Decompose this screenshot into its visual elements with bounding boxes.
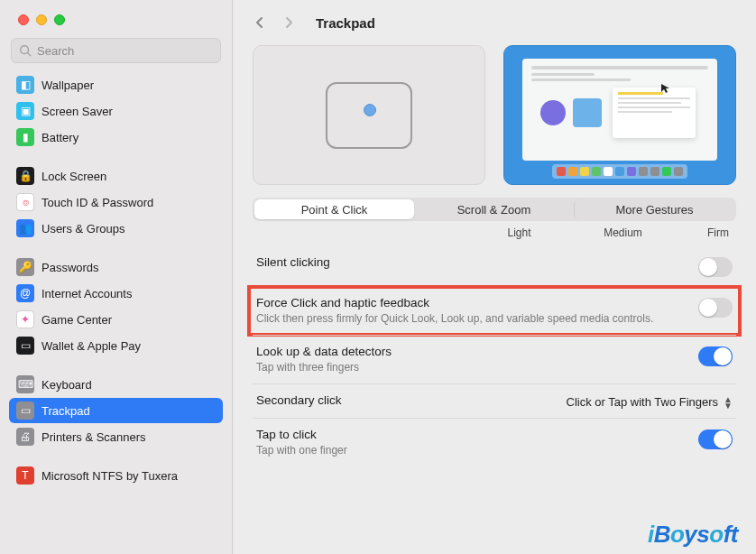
minimize-window-button[interactable] (36, 14, 47, 25)
chevrons-icon: ▲▼ (724, 396, 733, 409)
sidebar-item-label: Microsoft NTFS by Tuxera (41, 469, 178, 483)
secondary-select[interactable]: Click or Tap with Two Fingers▲▼ (567, 395, 733, 409)
sidebar-item-label: Screen Saver (41, 105, 113, 118)
sidebar-item-keyboard[interactable]: ⌨Keyboard (9, 372, 223, 397)
setting-lookup: Look up & data detectorsTap with three f… (253, 335, 736, 383)
sidebar-item-microsoft-ntfs-by-tuxera[interactable]: TMicrosoft NTFS by Tuxera (9, 463, 223, 488)
sidebar-item-label: Keyboard (41, 378, 92, 392)
watermark: iBoysoft (648, 521, 738, 549)
svg-line-1 (28, 53, 32, 57)
sidebar-item-users-groups[interactable]: 👥Users & Groups (9, 216, 223, 241)
tab-point-click[interactable]: Point & Click (254, 199, 414, 219)
sidebar-item-touch-id-password[interactable]: ⌾Touch ID & Password (9, 189, 223, 215)
setting-name: Silent clicking (256, 255, 698, 269)
touch-icon: ⌾ (16, 193, 34, 211)
scale-light: Light (467, 226, 571, 239)
setting-name: Force Click and haptic feedback (256, 296, 698, 309)
lookup-toggle[interactable] (698, 346, 733, 366)
sidebar-item-label: Internet Accounts (41, 287, 132, 300)
setting-subtitle: Tap with one finger (256, 443, 698, 457)
search-input[interactable]: Search (11, 38, 221, 63)
sidebar-item-label: Users & Groups (41, 222, 124, 235)
page-title: Trackpad (316, 15, 375, 31)
sidebar-item-printers-scanners[interactable]: 🖨Printers & Scanners (9, 424, 223, 449)
svg-point-0 (21, 46, 29, 54)
keyboard-icon: ⌨ (16, 375, 34, 393)
tab-bar: Point & ClickScroll & ZoomMore Gestures (253, 198, 736, 221)
microsoft-icon: T (16, 466, 34, 485)
search-placeholder: Search (37, 44, 74, 58)
sidebar-item-game-center[interactable]: ✦Game Center (9, 307, 223, 332)
setting-subtitle: Tap with three fingers (256, 360, 698, 374)
window-controls (0, 0, 232, 38)
trackpad-icon: ▭ (16, 402, 34, 420)
sidebar-item-internet-accounts[interactable]: @Internet Accounts (9, 281, 223, 306)
internet-icon: @ (16, 284, 34, 302)
scale-medium: Medium (571, 226, 675, 239)
sidebar-item-label: Wallet & Apple Pay (41, 339, 141, 353)
forward-button[interactable] (280, 14, 298, 32)
sidebar-nav: ◧Wallpaper▣Screen Saver▮Battery🔒Lock Scr… (0, 72, 232, 488)
setting-name: Look up & data detectors (256, 345, 698, 358)
tab-scroll-zoom[interactable]: Scroll & Zoom (414, 199, 574, 219)
battery-icon: ▮ (16, 128, 34, 146)
sidebar-item-lock-screen[interactable]: 🔒Lock Screen (9, 163, 223, 189)
screen-icon: ▣ (16, 102, 34, 120)
setting-tap: Tap to clickTap with one finger (253, 418, 736, 466)
game-icon: ✦ (16, 310, 34, 328)
printers-icon: 🖨 (16, 428, 34, 446)
close-window-button[interactable] (18, 14, 29, 25)
passwords-icon: 🔑 (16, 258, 34, 276)
sidebar-item-label: Trackpad (41, 404, 90, 418)
wallpaper-icon: ◧ (16, 76, 34, 94)
sidebar-item-wallpaper[interactable]: ◧Wallpaper (9, 72, 223, 97)
scale-firm: Firm (675, 226, 729, 239)
settings-list: Silent clickingForce Click and haptic fe… (253, 246, 736, 467)
zoom-window-button[interactable] (54, 14, 65, 25)
sidebar-item-wallet-apple-pay[interactable]: ▭Wallet & Apple Pay (9, 333, 223, 358)
sidebar-item-label: Battery (41, 131, 78, 144)
users-icon: 👥 (16, 219, 34, 237)
tab-more-gestures[interactable]: More Gestures (574, 199, 734, 219)
wallet-icon: ▭ (16, 337, 34, 355)
header: Trackpad (233, 0, 756, 45)
setting-name: Tap to click (256, 428, 698, 441)
sidebar-item-label: Wallpaper (41, 78, 94, 92)
tap-toggle[interactable] (698, 429, 733, 449)
sidebar-item-battery[interactable]: ▮Battery (9, 125, 223, 150)
trackpad-illustration (253, 45, 485, 185)
setting-force: Force Click and haptic feedbackClick the… (253, 286, 736, 335)
sidebar-item-trackpad[interactable]: ▭Trackpad (9, 398, 223, 423)
gesture-preview (503, 45, 736, 185)
search-icon (19, 44, 32, 57)
tracking-scale: Light Medium Firm (253, 226, 729, 239)
sidebar-item-label: Passwords (41, 261, 99, 274)
silent-toggle[interactable] (698, 257, 733, 277)
setting-subtitle: Click then press firmly for Quick Look, … (256, 311, 698, 326)
sidebar-item-label: Game Center (41, 313, 112, 327)
sidebar-item-label: Printers & Scanners (41, 430, 146, 444)
lock-icon: 🔒 (16, 167, 34, 185)
sidebar-item-label: Lock Screen (41, 170, 106, 183)
sidebar-item-passwords[interactable]: 🔑Passwords (9, 254, 223, 280)
sidebar-item-screen-saver[interactable]: ▣Screen Saver (9, 98, 223, 124)
sidebar-item-label: Touch ID & Password (41, 196, 153, 209)
setting-silent: Silent clicking (253, 246, 736, 286)
force-toggle[interactable] (698, 298, 733, 318)
back-button[interactable] (251, 14, 269, 32)
setting-secondary: Secondary clickClick or Tap with Two Fin… (253, 383, 736, 418)
setting-name: Secondary click (256, 393, 567, 407)
